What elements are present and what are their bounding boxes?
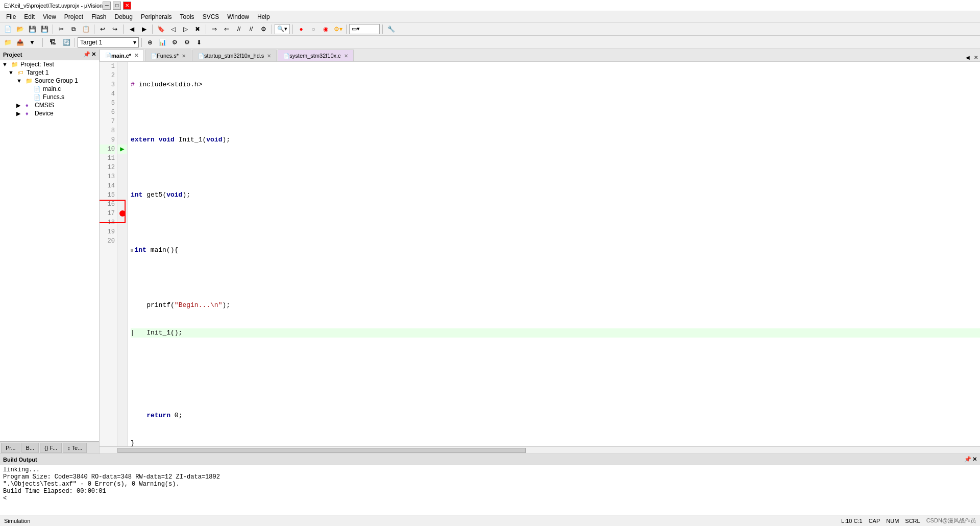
title-controls: ─ □ ✕ [103, 2, 131, 10]
tab-system-close[interactable]: ✕ [344, 53, 348, 59]
funcs-s-label: Funcs.s [43, 93, 64, 101]
build-button[interactable]: 🏗 [45, 37, 60, 48]
project-close-icon[interactable]: ✕ [91, 51, 96, 58]
line-14: } [131, 439, 980, 446]
gutter-20 [117, 236, 127, 246]
code-editor[interactable]: 1 2 3 4 5 6 7 8 9 10 11 12 13 14 [100, 62, 980, 446]
nav-fwd-button[interactable]: ▶ [138, 23, 150, 35]
target-icon: 🏷 [17, 69, 26, 76]
nav-back-button[interactable]: ◀ [126, 23, 137, 35]
save-all-button[interactable]: 💾 [39, 23, 50, 35]
code-area: 📄 main.c* ✕ 📄 Funcs.s* ✕ 📄 startup_stm32… [100, 49, 980, 453]
toolbar-1: 📄 📂 💾 💾 ✂ ⧉ 📋 ↩ ↪ ◀ ▶ 🔖 ◁ ▷ ✖ ⇒ ⇐ // // … [0, 22, 980, 36]
cut-button[interactable]: ✂ [56, 23, 67, 35]
download-button[interactable]: ⬇ [193, 37, 205, 48]
tab-startup-close[interactable]: ✕ [267, 53, 271, 59]
uncomment-button[interactable]: // [246, 23, 257, 35]
select-project-button[interactable]: ⊕ [144, 37, 156, 48]
build-line-5: < [3, 495, 977, 502]
toolbar-2: 📁 📤 ▼ 🏗 🔄 Target 1 ▾ ⊕ 📊 ⚙ ⚙ ⬇ [0, 36, 980, 49]
save-button[interactable]: 💾 [27, 23, 38, 35]
close-button[interactable]: ✕ [123, 2, 131, 10]
s-file-icon: 📄 [34, 94, 42, 101]
tab-funcs-s-close[interactable]: ✕ [182, 53, 186, 59]
tab-startup[interactable]: 📄 startup_stm32f10x_hd.s ✕ [192, 50, 277, 61]
tree-item-project[interactable]: ▼ 📁 Project: Test [0, 60, 99, 68]
settings1-button[interactable]: ⚙ [169, 37, 180, 48]
tab-funcs-s[interactable]: 📄 Funcs.s* ✕ [145, 50, 191, 61]
menu-edit[interactable]: Edit [20, 12, 39, 21]
project-pin-icon[interactable]: 📌 [83, 51, 90, 58]
menu-debug[interactable]: Debug [111, 12, 137, 21]
prev-bookmark-button[interactable]: ◁ [167, 23, 179, 35]
search-dropdown[interactable]: 🔍▾ [275, 24, 290, 34]
tab-close-all[interactable]: ✕ [972, 53, 980, 61]
bottom-tab-b[interactable]: B... [21, 443, 39, 453]
tools-button[interactable]: 🔧 [385, 23, 397, 35]
clear-bookmark-button[interactable]: ✖ [192, 23, 203, 35]
menu-tools[interactable]: Tools [176, 12, 199, 21]
build-output-pin[interactable]: 📌 [964, 456, 971, 463]
redo-button[interactable]: ↪ [109, 23, 120, 35]
indent-button[interactable]: ⇒ [209, 23, 220, 35]
debug-options-button[interactable]: ⚙▾ [332, 23, 344, 35]
tab-funcs-s-label: Funcs.s* [157, 53, 179, 59]
tab-main-c[interactable]: 📄 main.c* ✕ [100, 50, 144, 61]
num-indicator: NUM [886, 518, 899, 524]
menu-view[interactable]: View [39, 12, 60, 21]
restore-button[interactable]: □ [113, 2, 121, 10]
menu-window[interactable]: Window [223, 12, 253, 21]
unindent-button[interactable]: ⇐ [221, 23, 232, 35]
menu-project[interactable]: Project [60, 12, 87, 21]
comment-button[interactable]: // [233, 23, 244, 35]
bottom-tab-pr[interactable]: Pr... [1, 443, 20, 453]
menu-svcs[interactable]: SVCS [199, 12, 224, 21]
menu-peripherals[interactable]: Peripherals [137, 12, 176, 21]
line-9: printf("Begin...\n"); [131, 301, 980, 310]
output-window-button[interactable]: 📤 [14, 37, 26, 48]
copy-button[interactable]: ⧉ [68, 23, 79, 35]
tab-system[interactable]: 📄 system_stm32f10x.c ✕ [278, 50, 353, 61]
open-button[interactable]: 📂 [14, 23, 26, 35]
manage-button[interactable]: 📊 [157, 37, 168, 48]
tab-main-c-close[interactable]: ✕ [134, 53, 138, 58]
new-file-button[interactable]: 📄 [2, 23, 13, 35]
debug-reset-button[interactable]: ○ [308, 23, 319, 35]
next-bookmark-button[interactable]: ▷ [180, 23, 191, 35]
bottom-tab-f[interactable]: {} F... [40, 443, 62, 453]
tab-scroll-left[interactable]: ◀ [964, 53, 972, 61]
target-dropdown-arrow: ▾ [133, 39, 136, 46]
tree-item-cmsis[interactable]: ▶ ♦ CMSIS [0, 101, 99, 109]
view-dropdown[interactable]: ▭▾ [349, 24, 380, 34]
build-output-close[interactable]: ✕ [972, 456, 977, 463]
tree-item-source-group[interactable]: ▼ 📁 Source Group 1 [0, 77, 99, 85]
line-13: return 0; [131, 411, 980, 420]
bottom-tab-te[interactable]: ↕ Te... [63, 443, 87, 453]
debug-stop-button[interactable]: ● [296, 23, 307, 35]
tree-item-target1[interactable]: ▼ 🏷 Target 1 [0, 68, 99, 77]
tree-item-main-c[interactable]: 📄 main.c [0, 85, 99, 93]
target-dropdown[interactable]: Target 1 ▾ [78, 37, 139, 47]
macro-button[interactable]: ⚙ [258, 23, 269, 35]
menu-file[interactable]: File [2, 12, 20, 21]
project-window-button[interactable]: 📁 [2, 37, 13, 48]
bookmark-button[interactable]: 🔖 [155, 23, 166, 35]
paste-button[interactable]: 📋 [80, 23, 91, 35]
watermark: CSDN@漫风战作员 [926, 517, 976, 524]
tree-item-device[interactable]: ▶ ♦ Device [0, 109, 99, 117]
gutter-6 [117, 108, 127, 117]
undo-button[interactable]: ↩ [97, 23, 108, 35]
tree-item-funcs-s[interactable]: 📄 Funcs.s [0, 93, 99, 101]
menu-flash[interactable]: Flash [87, 12, 110, 21]
gutter-3 [117, 80, 127, 89]
minimize-button[interactable]: ─ [103, 2, 111, 10]
code-hscroll[interactable] [100, 446, 980, 453]
rebuild-button[interactable]: 🔄 [61, 37, 72, 48]
code-lines[interactable]: # include<stdio.h> extern void Init_1(vo… [128, 62, 980, 446]
cmsis-label: CMSIS [35, 102, 54, 109]
settings2-button[interactable]: ⚙ [181, 37, 192, 48]
menu-help[interactable]: Help [253, 12, 274, 21]
debug-run-button[interactable]: ◉ [320, 23, 331, 35]
gutter-16 [117, 200, 127, 209]
template-button[interactable]: ▼ [27, 37, 38, 48]
